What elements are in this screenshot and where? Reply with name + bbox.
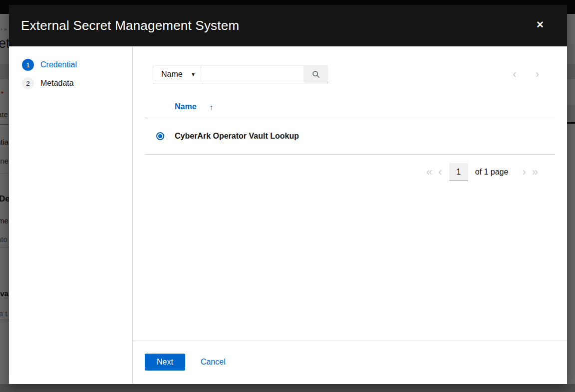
wizard-step-metadata[interactable]: 2 Metadata bbox=[9, 77, 132, 89]
step-label: Metadata bbox=[40, 79, 74, 88]
chevron-down-icon: ▾ bbox=[192, 71, 195, 78]
pagination: « ‹ of 1 page › » bbox=[133, 163, 541, 181]
modal-title: External Secret Management System bbox=[21, 18, 239, 33]
step-number-badge: 1 bbox=[22, 59, 34, 71]
previous-arrow-icon[interactable]: ‹ bbox=[511, 69, 518, 80]
filter-key-selected: Name bbox=[161, 70, 183, 79]
close-icon[interactable]: ✕ bbox=[534, 19, 546, 31]
search-icon bbox=[312, 70, 320, 78]
sort-ascending-icon: ↑ bbox=[210, 103, 214, 111]
wizard-step-nav: 1 Credential 2 Metadata bbox=[9, 46, 133, 384]
radio-cell bbox=[145, 132, 175, 140]
table-row[interactable]: CyberArk Operator Vault Lookup bbox=[145, 118, 555, 155]
step-label: Credential bbox=[40, 60, 77, 69]
external-secret-management-modal: External Secret Management System ✕ 1 Cr… bbox=[9, 5, 567, 384]
next-arrow-icon[interactable]: › bbox=[534, 69, 541, 80]
credential-name: CyberArk Operator Vault Lookup bbox=[175, 132, 299, 141]
filter-key-dropdown[interactable]: Name ▾ bbox=[153, 65, 201, 83]
page-count-label: of 1 page bbox=[475, 168, 509, 177]
search-input[interactable] bbox=[201, 65, 304, 83]
next-page-icon[interactable]: › bbox=[519, 167, 529, 178]
name-column-sort-button[interactable]: Name ↑ bbox=[175, 102, 213, 111]
wizard-step-credential[interactable]: 1 Credential bbox=[9, 59, 132, 71]
credential-select-table: Name ↑ CyberArk Operator Vault Lookup bbox=[145, 96, 555, 155]
last-page-icon[interactable]: » bbox=[529, 167, 541, 178]
step-number-badge: 2 bbox=[22, 77, 34, 89]
modal-header: External Secret Management System ✕ bbox=[9, 5, 567, 46]
wizard-content: Name ▾ ‹ › bbox=[133, 46, 567, 384]
radio-dot bbox=[158, 134, 162, 138]
list-nav-arrows: ‹ › bbox=[511, 69, 541, 80]
next-button[interactable]: Next bbox=[145, 354, 185, 371]
name-column-header: Name bbox=[175, 102, 197, 111]
modal-body: 1 Credential 2 Metadata Name ▾ bbox=[9, 46, 567, 384]
cancel-button[interactable]: Cancel bbox=[201, 354, 226, 371]
wizard-footer: Next Cancel bbox=[133, 341, 567, 384]
search-button[interactable] bbox=[304, 65, 328, 83]
row-radio-selected[interactable] bbox=[156, 132, 164, 140]
previous-page-icon[interactable]: ‹ bbox=[435, 167, 445, 178]
current-page-input[interactable] bbox=[449, 163, 468, 181]
search-toolbar: Name ▾ ‹ › bbox=[153, 65, 541, 83]
table-header-row: Name ↑ bbox=[145, 96, 555, 118]
first-page-icon[interactable]: « bbox=[423, 167, 435, 178]
